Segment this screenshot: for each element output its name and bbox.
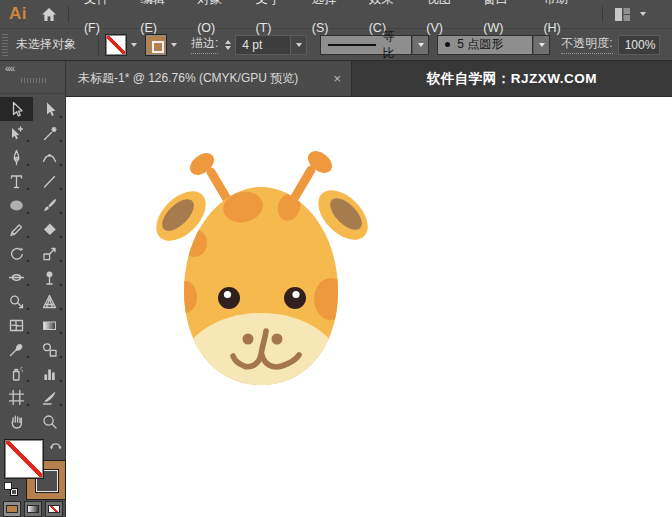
stroke-weight-stepper[interactable] <box>225 40 231 50</box>
fill-type-buttons <box>3 501 63 517</box>
divider <box>98 33 99 57</box>
stroke-profile-line-icon <box>328 44 375 46</box>
document-tab[interactable]: 未标题-1* @ 126.76% (CMYK/GPU 预览) × <box>66 61 352 96</box>
menu-bar: Ai 文件(F) 编辑(E) 对象(O) 文字(T) 选择(S) 效果(C) 视… <box>0 0 672 29</box>
line-segment-tool[interactable] <box>33 169 66 193</box>
default-fill-stroke-icon[interactable] <box>4 482 18 496</box>
slice-tool[interactable] <box>33 385 66 409</box>
chevron-down-icon[interactable] <box>640 12 646 16</box>
type-tool[interactable] <box>0 169 33 193</box>
giraffe-artwork <box>66 97 671 517</box>
tab-close-button[interactable]: × <box>325 71 341 86</box>
type-icon <box>8 173 25 190</box>
fill-swatch[interactable] <box>4 439 44 479</box>
paintbrush-icon <box>41 197 58 214</box>
workspace-switcher-button[interactable] <box>615 8 631 21</box>
gradient-icon <box>41 317 58 334</box>
column-graph-icon <box>41 365 58 382</box>
selection-tool[interactable] <box>0 97 33 121</box>
slice-icon <box>41 389 58 406</box>
puppet-warp-icon <box>41 269 58 286</box>
blend-icon <box>41 341 58 358</box>
eyedropper-tool[interactable] <box>0 337 33 361</box>
opacity-field[interactable]: 100% <box>618 35 660 55</box>
stroke-color-swatch[interactable] <box>145 34 167 56</box>
tools-panel-header: «« <box>0 61 65 94</box>
direct-selection-tool[interactable] <box>33 97 66 121</box>
color-button[interactable] <box>3 501 21 517</box>
stroke-weight-label[interactable]: 描边: <box>191 35 218 54</box>
paintbrush-tool[interactable] <box>33 193 66 217</box>
eyedropper-icon <box>8 341 25 358</box>
line-segment-icon <box>41 173 58 190</box>
shape-builder-tool[interactable] <box>0 289 33 313</box>
ellipse-icon <box>8 197 25 214</box>
tools-grid <box>0 94 65 433</box>
column-graph-tool[interactable] <box>33 361 66 385</box>
tools-panel: «« <box>0 61 66 517</box>
swap-fill-stroke-icon[interactable] <box>49 439 63 451</box>
stepper-down-icon[interactable] <box>225 46 231 50</box>
artboard-tool[interactable] <box>0 385 33 409</box>
shape-builder-icon <box>8 293 25 310</box>
group-selection-tool[interactable] <box>0 121 33 145</box>
perspective-grid-tool[interactable] <box>33 289 66 313</box>
zoom-tool[interactable] <box>33 409 66 433</box>
curvature-icon <box>41 149 58 166</box>
stroke-chevron-icon[interactable] <box>171 43 177 47</box>
magic-wand-tool[interactable] <box>33 121 66 145</box>
width-profile-field[interactable]: 等比 <box>320 35 412 55</box>
collapse-panel-icon[interactable]: «« <box>5 63 14 74</box>
home-button[interactable] <box>40 6 58 23</box>
pencil-tool[interactable] <box>0 217 33 241</box>
document-tab-bar: 未标题-1* @ 126.76% (CMYK/GPU 预览) × 软件自学网：R… <box>66 61 672 96</box>
blend-tool[interactable] <box>33 337 66 361</box>
hand-tool[interactable] <box>0 409 33 433</box>
width-tool[interactable] <box>0 265 33 289</box>
none-button[interactable] <box>45 501 63 517</box>
hand-icon <box>8 413 25 430</box>
artboard-icon <box>8 389 25 406</box>
brush-dot-icon <box>445 42 450 47</box>
brush-definition-field[interactable]: 5 点圆形 <box>437 35 533 55</box>
width-icon <box>8 269 25 286</box>
direct-selection-icon <box>41 101 58 118</box>
brush-dropdown[interactable] <box>533 35 550 55</box>
opacity-label[interactable]: 不透明度: <box>561 35 612 54</box>
illustrator-window: Ai 文件(F) 编辑(E) 对象(O) 文字(T) 选择(S) 效果(C) 视… <box>0 0 672 517</box>
artboard-canvas[interactable] <box>66 96 672 517</box>
scale-tool[interactable] <box>33 241 66 265</box>
magic-wand-icon <box>41 125 58 142</box>
app-logo: Ai <box>9 4 27 24</box>
ellipse-tool[interactable] <box>0 193 33 217</box>
scale-icon <box>41 245 58 262</box>
rotate-tool[interactable] <box>0 241 33 265</box>
fill-chevron-icon[interactable] <box>131 43 137 47</box>
symbol-sprayer-tool[interactable] <box>0 361 33 385</box>
gradient-tool[interactable] <box>33 313 66 337</box>
gradient-button[interactable] <box>24 501 42 517</box>
symbol-sprayer-icon <box>8 365 25 382</box>
control-bar-grip[interactable] <box>2 34 8 56</box>
eraser-icon <box>41 221 58 238</box>
mesh-tool[interactable] <box>0 313 33 337</box>
stepper-up-icon[interactable] <box>225 40 231 44</box>
watermark-text: 软件自学网：RJZXW.COM <box>352 61 672 96</box>
menubar-divider <box>68 6 69 22</box>
stroke-weight-field[interactable]: 4 pt <box>235 35 291 55</box>
menubar-divider-right <box>602 6 603 22</box>
puppet-warp-tool[interactable] <box>33 265 66 289</box>
tools-panel-grip[interactable] <box>21 78 46 83</box>
pen-tool[interactable] <box>0 145 33 169</box>
stroke-weight-dropdown[interactable] <box>291 35 307 55</box>
width-profile-dropdown[interactable] <box>412 35 429 55</box>
perspective-grid-icon <box>41 293 58 310</box>
mesh-icon <box>8 317 25 334</box>
document-tab-title: 未标题-1* @ 126.76% (CMYK/GPU 预览) <box>78 70 298 87</box>
eraser-tool[interactable] <box>33 217 66 241</box>
curvature-tool[interactable] <box>33 145 66 169</box>
color-swatch-area <box>0 437 65 517</box>
fill-color-swatch[interactable] <box>105 34 127 56</box>
workspace-switcher-icon <box>615 8 631 21</box>
rotate-icon <box>8 245 25 262</box>
